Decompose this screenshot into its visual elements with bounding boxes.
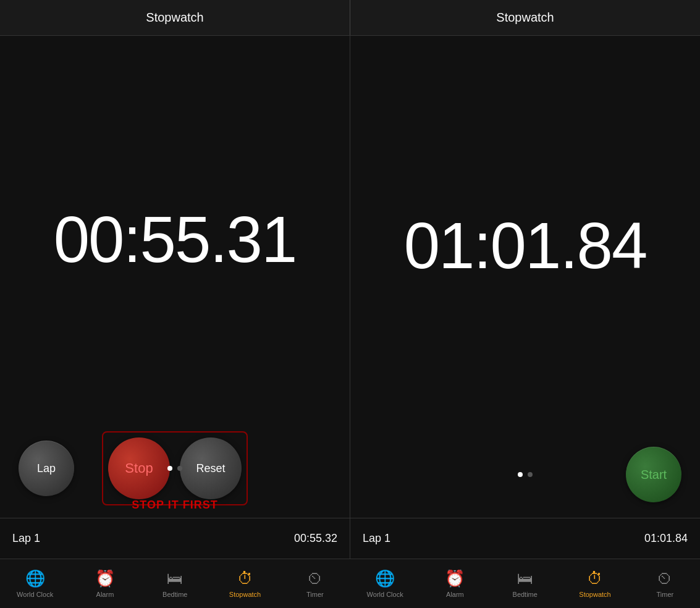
dot-inactive-left bbox=[177, 466, 182, 471]
left-lap-label-1: Lap 1 bbox=[12, 532, 40, 545]
nav-label-world-clock-left: World Clock bbox=[17, 591, 53, 598]
right-time-value: 01:01.84 bbox=[404, 209, 647, 283]
reset-button[interactable]: Reset bbox=[180, 437, 242, 499]
left-time-value: 00:55.31 bbox=[54, 203, 297, 277]
dot-inactive-right bbox=[528, 472, 533, 477]
nav-alarm-left[interactable]: ⏰ Alarm bbox=[70, 559, 140, 608]
nav-label-world-clock-right: World Clock bbox=[367, 591, 403, 598]
nav-bedtime-left[interactable]: 🛏 Bedtime bbox=[140, 559, 210, 608]
left-dots bbox=[167, 466, 182, 471]
top-header: Stopwatch Stopwatch bbox=[0, 0, 700, 36]
header-left-title: Stopwatch bbox=[146, 11, 203, 25]
nav-world-clock-left[interactable]: 🌐 World Clock bbox=[0, 559, 70, 608]
bottom-nav: 🌐 World Clock ⏰ Alarm 🛏 Bedtime ⏱ Stopwa… bbox=[0, 559, 700, 608]
nav-label-bedtime-left: Bedtime bbox=[162, 591, 187, 598]
stopwatch-icon-right: ⏱ bbox=[587, 569, 603, 588]
nav-timer-right[interactable]: ⏲ Timer bbox=[630, 559, 700, 608]
nav-stopwatch-right[interactable]: ⏱ Stopwatch bbox=[560, 559, 630, 608]
lap-button-left[interactable]: Lap bbox=[19, 441, 74, 496]
nav-stopwatch-left[interactable]: ⏱ Stopwatch bbox=[210, 559, 280, 608]
nav-label-bedtime-right: Bedtime bbox=[513, 591, 538, 598]
dot-active-left bbox=[167, 466, 172, 471]
nav-bedtime-right[interactable]: 🛏 Bedtime bbox=[490, 559, 560, 608]
left-lap-list: Lap 1 00:55.32 bbox=[0, 518, 350, 559]
nav-world-clock-right[interactable]: 🌐 World Clock bbox=[350, 559, 420, 608]
left-controls: Lap Stop Reset Stop it First bbox=[0, 419, 350, 518]
bedtime-icon-left: 🛏 bbox=[167, 569, 183, 588]
right-lap-item-1: Lap 1 01:01.84 bbox=[363, 525, 688, 552]
world-clock-icon-right: 🌐 bbox=[375, 569, 395, 588]
right-lap-time-1: 01:01.84 bbox=[644, 532, 688, 545]
timer-icon-left: ⏲ bbox=[307, 569, 323, 588]
right-lap-label-1: Lap 1 bbox=[363, 532, 390, 545]
bedtime-icon-right: 🛏 bbox=[517, 569, 533, 588]
timer-icon-right: ⏲ bbox=[657, 569, 673, 588]
start-button[interactable]: Start bbox=[626, 447, 681, 502]
header-right-title: Stopwatch bbox=[496, 11, 554, 25]
nav-label-alarm-left: Alarm bbox=[96, 591, 114, 598]
nav-label-timer-right: Timer bbox=[656, 591, 673, 598]
header-left: Stopwatch bbox=[0, 0, 350, 35]
world-clock-icon-left: 🌐 bbox=[25, 569, 45, 588]
header-right: Stopwatch bbox=[350, 0, 700, 35]
right-lap-list: Lap 1 01:01.84 bbox=[350, 518, 700, 559]
left-lap-time-1: 00:55.32 bbox=[294, 532, 337, 545]
nav-label-timer-left: Timer bbox=[306, 591, 324, 598]
alarm-icon-right: ⏰ bbox=[445, 569, 465, 588]
nav-label-stopwatch-left: Stopwatch bbox=[229, 591, 261, 598]
right-controls: Start bbox=[350, 431, 700, 518]
left-time-display: 00:55.31 bbox=[0, 36, 350, 419]
stop-it-first-message: Stop it First bbox=[132, 499, 217, 512]
right-time-display: 01:01.84 bbox=[350, 36, 700, 431]
main-content: 00:55.31 Lap Stop Reset Stop bbox=[0, 36, 700, 559]
right-panel: 01:01.84 Start Lap 1 01:01.84 bbox=[350, 36, 700, 559]
stopwatch-icon-left: ⏱ bbox=[237, 569, 253, 588]
stop-button[interactable]: Stop bbox=[108, 437, 170, 499]
nav-label-alarm-right: Alarm bbox=[446, 591, 464, 598]
right-dots bbox=[518, 472, 533, 477]
nav-timer-left[interactable]: ⏲ Timer bbox=[280, 559, 350, 608]
nav-alarm-right[interactable]: ⏰ Alarm bbox=[420, 559, 490, 608]
nav-label-stopwatch-right: Stopwatch bbox=[579, 591, 610, 598]
left-lap-item-1: Lap 1 00:55.32 bbox=[12, 525, 337, 552]
alarm-icon-left: ⏰ bbox=[95, 569, 115, 588]
dot-active-right bbox=[518, 472, 523, 477]
left-panel: 00:55.31 Lap Stop Reset Stop bbox=[0, 36, 350, 559]
